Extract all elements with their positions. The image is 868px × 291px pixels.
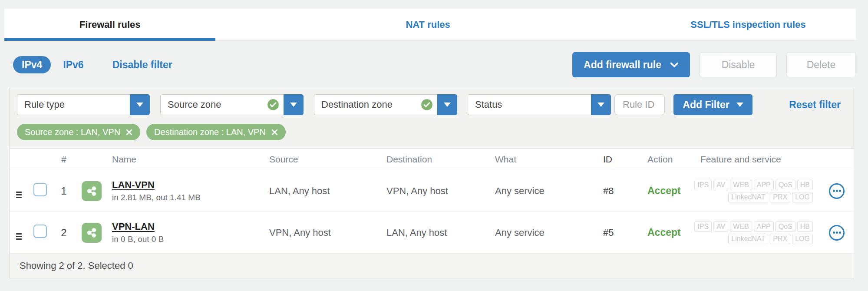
reset-filter-link[interactable]: Reset filter (789, 99, 841, 111)
col-header-name: Name (74, 154, 264, 165)
caret-down-icon (736, 103, 743, 107)
add-firewall-rule-label: Add firewall rule (584, 59, 661, 71)
tab-label: Firewall rules (79, 19, 141, 30)
dropdown-arrow-button[interactable] (130, 94, 150, 115)
firewall-rules-panel: Rule type Source zone Destination zone (10, 88, 854, 278)
col-header-destination: Destination (381, 154, 490, 165)
rule-type-filter[interactable]: Rule type (17, 94, 150, 115)
rule-source: VPN, Any host (264, 227, 381, 238)
rule-number: 1 (53, 185, 74, 197)
dropdown-arrow-button[interactable] (437, 94, 457, 115)
feature-badge: LOG (792, 192, 813, 202)
rule-what: Any service (490, 227, 601, 238)
rule-id-input[interactable] (614, 94, 665, 115)
feature-badge: PRX (770, 192, 790, 202)
filter-chip-destination-zone[interactable]: Destination zone : LAN, VPN (146, 124, 286, 140)
rule-source: LAN, Any host (264, 185, 381, 197)
feature-badge: PRX (770, 234, 790, 244)
rule-type-filter-value: Rule type (17, 94, 130, 115)
active-filter-chips: Source zone : LAN, VPN Destination zone … (17, 124, 847, 140)
ellipsis-menu-button[interactable] (829, 183, 845, 199)
rule-number: 2 (53, 227, 74, 239)
rule-traffic: in 2.81 MB, out 1.41 MB (112, 193, 201, 202)
table-row: 1 LAN-VPN in 2.81 MB, out 1.41 MB LAN, A… (10, 170, 854, 212)
ipv4-toggle[interactable]: IPv4 (13, 56, 51, 73)
filter-chip-source-zone[interactable]: Source zone : LAN, VPN (17, 124, 140, 140)
rule-what: Any service (490, 185, 601, 197)
feature-badge: LinkedNAT (728, 192, 768, 202)
chip-label: Source zone : LAN, VPN (25, 127, 120, 137)
tab-firewall-rules[interactable]: Firewall rules (4, 9, 215, 40)
col-header-id: ID (601, 154, 631, 165)
destination-zone-filter[interactable]: Destination zone (314, 94, 457, 115)
rule-name-link[interactable]: LAN-VPN (112, 179, 201, 191)
feature-badge: HB (797, 180, 813, 190)
rule-features: IPS AV WEB APP QoS HB LinkedNAT PRX LOG (696, 180, 820, 202)
close-icon[interactable] (126, 129, 132, 136)
caret-down-icon (597, 103, 604, 107)
drag-handle-icon[interactable] (16, 233, 22, 240)
caret-down-icon (444, 103, 451, 107)
feature-badge: IPS (694, 180, 712, 190)
chip-label: Destination zone : LAN, VPN (154, 127, 266, 137)
row-checkbox[interactable] (33, 225, 47, 238)
rule-destination: VPN, Any host (381, 185, 490, 197)
rule-action: Accept (631, 185, 696, 197)
filter-panel: Rule type Source zone Destination zone (10, 88, 854, 149)
rule-name-cell: LAN-VPN in 2.81 MB, out 1.41 MB (74, 179, 264, 202)
ellipsis-menu-button[interactable] (829, 225, 845, 241)
disable-button[interactable]: Disable (700, 52, 777, 77)
caret-down-icon (136, 103, 143, 107)
col-header-what: What (490, 154, 601, 165)
filter-label: Status (475, 99, 587, 110)
feature-badge: LinkedNAT (728, 234, 768, 244)
filter-label: Destination zone (321, 99, 417, 110)
col-header-feature: Feature and service (696, 154, 820, 165)
col-header-number: # (53, 154, 74, 165)
feature-badge: APP (754, 222, 774, 232)
disable-filter-link[interactable]: Disable filter (112, 59, 172, 71)
check-circle-icon (267, 99, 279, 111)
row-count-summary: Showing 2 of 2. Selected 0 (20, 260, 133, 271)
col-header-action: Action (631, 154, 696, 165)
ipv6-toggle[interactable]: IPv6 (63, 59, 83, 71)
dropdown-arrow-button[interactable] (591, 94, 611, 115)
status-filter[interactable]: Status (468, 94, 611, 115)
feature-badge: WEB (730, 222, 752, 232)
table-row: 2 VPN-LAN in 0 B, out 0 B VPN, Any host … (10, 212, 854, 254)
source-zone-filter[interactable]: Source zone (160, 94, 304, 115)
toolbar: IPv4 IPv6 Disable filter Add firewall ru… (13, 52, 856, 77)
rule-features: IPS AV WEB APP QoS HB LinkedNAT PRX LOG (696, 222, 820, 244)
filter-row: Rule type Source zone Destination zone (17, 94, 847, 115)
tab-label: SSL/TLS inspection rules (690, 19, 805, 30)
tab-ssl-tls-inspection-rules[interactable]: SSL/TLS inspection rules (640, 9, 856, 40)
check-circle-icon (421, 99, 433, 111)
rule-name-link[interactable]: VPN-LAN (112, 221, 164, 232)
table-header: # Name Source Destination What ID Action… (10, 149, 854, 170)
add-filter-label: Add Filter (683, 99, 729, 111)
rule-id: #5 (601, 227, 631, 238)
table-footer: Showing 2 of 2. Selected 0 (10, 254, 854, 278)
delete-button[interactable]: Delete (786, 52, 856, 77)
rule-id: #8 (601, 185, 631, 197)
drag-handle-icon[interactable] (16, 192, 22, 198)
feature-badge: APP (754, 180, 774, 190)
filter-label: Source zone (168, 99, 264, 110)
feature-badge: QoS (776, 180, 795, 190)
share-icon (82, 223, 102, 243)
rule-tabs: Firewall rules NAT rules SSL/TLS inspect… (4, 9, 856, 41)
toolbar-actions: Add firewall rule Disable Delete (572, 52, 856, 77)
row-checkbox[interactable] (33, 183, 47, 196)
rule-traffic: in 0 B, out 0 B (112, 235, 164, 244)
feature-badge: WEB (730, 180, 752, 190)
feature-badge: LOG (792, 234, 813, 244)
add-firewall-rule-button[interactable]: Add firewall rule (572, 52, 690, 77)
close-icon[interactable] (271, 129, 278, 136)
rule-action: Accept (631, 227, 696, 238)
dropdown-arrow-button[interactable] (284, 94, 304, 115)
add-filter-button[interactable]: Add Filter (673, 94, 752, 115)
feature-badge: IPS (694, 222, 712, 232)
tab-nat-rules[interactable]: NAT rules (215, 9, 640, 40)
caret-down-icon (290, 103, 297, 107)
col-header-source: Source (264, 154, 381, 165)
